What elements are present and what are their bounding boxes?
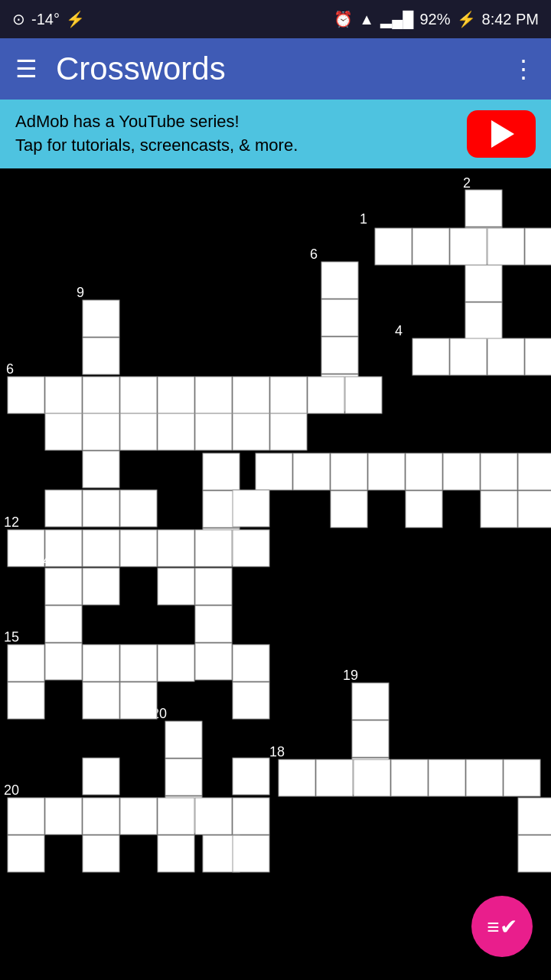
svg-rect-29: [270, 377, 307, 413]
ad-text: AdMob has a YouTube series! Tap for tuto…: [15, 110, 455, 158]
svg-rect-107: [83, 490, 119, 527]
svg-rect-55: [83, 530, 119, 567]
svg-rect-89: [466, 760, 503, 796]
svg-rect-14: [321, 337, 358, 374]
svg-rect-92: [8, 798, 44, 835]
svg-rect-86: [354, 760, 390, 796]
status-left: ⊙ -14° ⚡: [12, 10, 85, 28]
svg-rect-96: [158, 798, 194, 835]
clock-icon: ⊙: [12, 10, 25, 28]
app-bar: ☰ Crosswords ⋮: [0, 38, 551, 100]
svg-rect-22: [8, 377, 44, 413]
svg-text:19: 19: [343, 668, 358, 683]
svg-rect-81: [165, 759, 202, 795]
ad-line1: AdMob has a YouTube series!: [15, 110, 455, 134]
more-options-icon[interactable]: ⋮: [511, 54, 536, 83]
svg-rect-12: [321, 262, 358, 299]
svg-rect-43: [406, 453, 442, 490]
svg-rect-122: [233, 758, 269, 795]
youtube-button[interactable]: [467, 110, 536, 158]
wifi-icon: ▲: [359, 11, 374, 28]
signal-icon: ⚡: [66, 10, 85, 28]
svg-rect-6: [375, 228, 412, 265]
svg-rect-74: [233, 645, 269, 681]
svg-rect-28: [233, 377, 269, 413]
svg-rect-67: [195, 606, 232, 642]
svg-rect-112: [195, 413, 232, 450]
svg-rect-123: [233, 835, 269, 872]
clues-fab[interactable]: ≡✔: [471, 896, 533, 957]
svg-rect-90: [504, 760, 540, 796]
svg-rect-93: [45, 798, 82, 835]
svg-rect-24: [83, 377, 119, 413]
svg-rect-118: [83, 682, 119, 719]
svg-rect-64: [195, 568, 232, 605]
svg-rect-104: [233, 413, 269, 450]
svg-rect-68: [195, 643, 232, 680]
battery-icon: ⚡: [457, 10, 476, 28]
time-display: 8:42 PM: [482, 11, 539, 28]
svg-text:6: 6: [6, 361, 14, 377]
svg-rect-70: [8, 645, 44, 681]
svg-rect-39: [256, 453, 292, 490]
status-right: ⏰ ▲ ▂▄█ 92% ⚡ 8:42 PM: [334, 10, 539, 28]
svg-rect-42: [368, 453, 405, 490]
page-title: Crosswords: [56, 51, 511, 87]
menu-icon[interactable]: ☰: [15, 54, 37, 83]
svg-text:14: 14: [35, 553, 51, 568]
svg-rect-98: [233, 798, 269, 835]
svg-rect-62: [83, 568, 119, 605]
temperature: -14°: [31, 11, 60, 28]
svg-rect-109: [233, 490, 269, 527]
svg-rect-108: [120, 490, 157, 527]
svg-rect-36: [83, 451, 119, 488]
svg-rect-121: [83, 758, 119, 795]
svg-rect-116: [518, 835, 551, 872]
alarm-icon: ⏰: [334, 10, 353, 28]
clues-fab-icon: ≡✔: [487, 914, 517, 939]
svg-text:15: 15: [4, 629, 19, 645]
svg-rect-56: [120, 530, 157, 567]
svg-rect-23: [45, 377, 82, 413]
status-bar: ⊙ -14° ⚡ ⏰ ▲ ▂▄█ 92% ⚡ 8:42 PM: [0, 0, 551, 38]
svg-rect-40: [293, 453, 330, 490]
svg-rect-48: [481, 491, 517, 528]
svg-text:9: 9: [77, 285, 84, 300]
svg-rect-117: [8, 682, 44, 719]
svg-rect-44: [443, 453, 480, 490]
battery-level: 92%: [419, 11, 450, 28]
svg-rect-84: [279, 760, 315, 796]
svg-rect-57: [158, 530, 194, 567]
svg-rect-10: [525, 228, 551, 265]
ad-banner[interactable]: AdMob has a YouTube series! Tap for tuto…: [0, 100, 551, 168]
svg-rect-66: [45, 643, 82, 680]
svg-rect-18: [450, 338, 487, 375]
svg-rect-115: [518, 798, 551, 835]
svg-rect-13: [321, 299, 358, 336]
svg-rect-105: [270, 413, 307, 450]
svg-rect-31: [345, 377, 382, 413]
svg-rect-25: [120, 377, 157, 413]
svg-rect-120: [233, 682, 269, 719]
svg-rect-85: [316, 760, 353, 796]
svg-rect-76: [352, 683, 389, 720]
svg-text:4: 4: [395, 323, 403, 338]
crossword-grid[interactable]: .wc { fill: white; stroke: #999; stroke-…: [0, 168, 551, 980]
svg-rect-49: [203, 453, 240, 490]
signal-bars: ▂▄█: [380, 10, 413, 28]
svg-rect-114: [518, 491, 551, 528]
svg-text:20: 20: [4, 782, 19, 798]
svg-rect-100: [83, 835, 119, 872]
svg-rect-95: [120, 798, 157, 835]
svg-rect-103: [158, 413, 194, 450]
svg-text:12: 12: [4, 514, 19, 530]
svg-rect-80: [165, 721, 202, 758]
svg-text:2: 2: [463, 175, 471, 191]
svg-rect-17: [412, 338, 449, 375]
svg-rect-41: [331, 453, 367, 490]
svg-rect-99: [8, 835, 44, 872]
svg-rect-47: [331, 491, 367, 528]
svg-rect-61: [45, 568, 82, 605]
svg-text:18: 18: [269, 744, 285, 760]
svg-rect-111: [120, 413, 157, 450]
